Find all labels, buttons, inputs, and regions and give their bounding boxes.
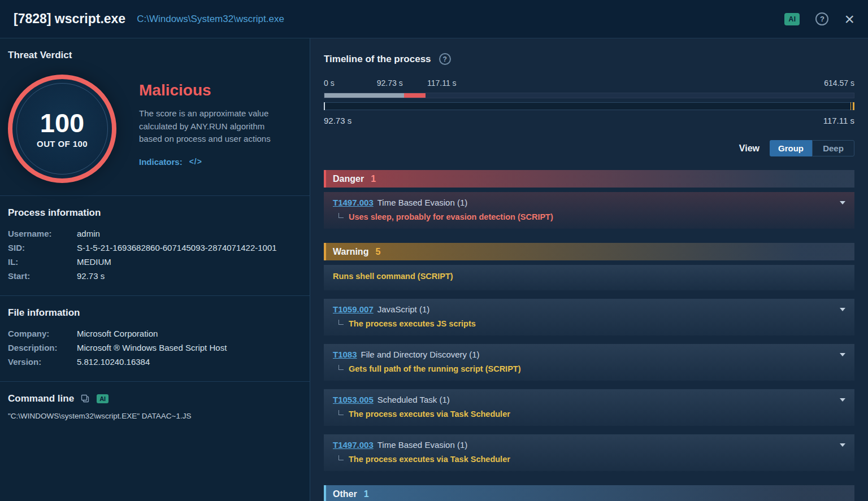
section-name: Warning (333, 247, 368, 257)
signature-sections: Danger 1 T1497.003 Time Based Evasion (1… (324, 170, 854, 501)
info-value: admin (77, 229, 100, 238)
main-content: Threat Verdict 100 OUT OF 100 Malicious … (0, 38, 868, 501)
group-view-button[interactable]: Group (770, 140, 812, 156)
section-name: Danger (333, 174, 364, 184)
danger-section-header: Danger 1 (324, 170, 854, 188)
timeline-segment-pre (324, 93, 404, 98)
signature-block: Runs shell command (SCRIPT) (324, 265, 854, 290)
indicators-link[interactable]: Indicators: </> (139, 157, 287, 167)
technique-id-link[interactable]: T1497.003 (333, 440, 374, 450)
chevron-down-icon[interactable] (840, 201, 845, 204)
threat-score-value: 100 (40, 109, 84, 137)
header-actions: AI ? × (784, 11, 854, 28)
technique-row[interactable]: T1053.005 Scheduled Task (1) (324, 391, 854, 408)
timeline-title: Timeline of the process (324, 54, 431, 65)
process-information-rows: Username: admin SID: S-1-5-21-1693682860… (8, 226, 302, 283)
ruler-label-zoom-start: 92.73 s (377, 79, 404, 88)
file-information-title: File information (8, 307, 302, 319)
tree-branch-icon (338, 320, 344, 325)
ruler-label-zoom-end: 117.11 s (425, 79, 457, 88)
file-information-section: File information Company: Microsoft Corp… (0, 296, 310, 382)
copy-icon[interactable] (81, 394, 90, 403)
chevron-down-icon[interactable] (840, 443, 845, 447)
signature-text: The process executes via Task Scheduler (349, 409, 510, 419)
zoom-label-end: 117.11 s (823, 116, 854, 125)
zoom-marker-end (853, 102, 854, 110)
view-toggle-row: View Group Deep (324, 140, 854, 156)
signature-row[interactable]: Runs shell command (SCRIPT) (324, 267, 854, 285)
signature-row[interactable]: The process executes via Task Scheduler (324, 408, 854, 421)
command-line-value: "C:\WINDOWS\system32\wscript.EXE" DATAAC… (8, 412, 302, 420)
timeline-track[interactable] (324, 93, 854, 98)
ai-badge[interactable]: AI (784, 13, 800, 25)
technique-row[interactable]: T1497.003 Time Based Evasion (1) (324, 194, 854, 211)
info-row-il: IL: MEDIUM (8, 255, 302, 269)
info-value: 92.73 s (77, 271, 105, 281)
other-section-header: Other 1 (324, 485, 854, 501)
technique-id-link[interactable]: T1053.005 (333, 395, 374, 404)
info-row-sid: SID: S-1-5-21-1693682860-607145093-28740… (8, 241, 302, 255)
zoom-label-start: 92.73 s (324, 116, 351, 125)
view-label: View (739, 143, 760, 154)
ruler-label-end: 614.57 s (824, 79, 854, 88)
info-label: SID: (8, 243, 77, 252)
info-label: IL: (8, 257, 77, 267)
tree-branch-icon (338, 455, 344, 460)
help-icon[interactable]: ? (815, 12, 828, 25)
tree-branch-icon (338, 410, 344, 415)
verdict-description: The score is an approximate value calcul… (139, 107, 287, 146)
technique-row[interactable]: T1497.003 Time Based Evasion (1) (324, 437, 854, 453)
info-row-start: Start: 92.73 s (8, 269, 302, 283)
deep-view-button[interactable]: Deep (812, 140, 854, 156)
timeline-ruler-labels: 0 s 92.73 s 117.11 s 614.57 s (324, 79, 854, 89)
view-toggle-group: Group Deep (770, 140, 854, 156)
process-information-title: Process information (8, 207, 302, 219)
technique-title: Time Based Evasion (1) (377, 198, 468, 207)
signature-row[interactable]: Uses sleep, probably for evasion detecti… (324, 211, 854, 224)
help-icon[interactable]: ? (439, 53, 451, 65)
timeline-panel: Timeline of the process ? 0 s 92.73 s 11… (310, 38, 868, 501)
technique-id-link[interactable]: T1497.003 (333, 198, 374, 207)
danger-section: Danger 1 T1497.003 Time Based Evasion (1… (324, 170, 854, 229)
tree-branch-icon (338, 213, 344, 218)
signature-row[interactable]: Gets full path of the running script (SC… (324, 363, 854, 376)
technique-title: File and Directory Discovery (1) (361, 350, 480, 359)
info-label: Description: (8, 343, 77, 352)
signature-text: The process executes JS scripts (349, 319, 476, 328)
chevron-down-icon[interactable] (840, 398, 845, 402)
threat-score-gauge: 100 OUT OF 100 (8, 75, 116, 183)
chevron-down-icon[interactable] (840, 308, 845, 311)
timeline-zoom-strip[interactable] (324, 102, 854, 110)
tree-branch-icon (338, 365, 344, 370)
command-line-title: Command line (8, 393, 74, 404)
threat-verdict-section: Threat Verdict 100 OUT OF 100 Malicious … (0, 38, 310, 196)
technique-block: T1497.003 Time Based Evasion (1) The pro… (324, 434, 854, 471)
signature-row[interactable]: The process executes JS scripts (324, 317, 854, 330)
process-information-section: Process information Username: admin SID:… (0, 196, 310, 296)
section-count: 1 (364, 489, 369, 499)
signature-row[interactable]: The process executes via Task Scheduler (324, 453, 854, 466)
info-value: MEDIUM (77, 257, 111, 267)
signature-text: Uses sleep, probably for evasion detecti… (349, 212, 553, 221)
technique-id-link[interactable]: T1059.007 (333, 304, 374, 314)
section-count: 5 (375, 247, 380, 257)
info-label: Username: (8, 229, 77, 238)
zoom-marker-end-secondary (850, 102, 851, 110)
info-row-username: Username: admin (8, 226, 302, 241)
technique-row[interactable]: T1059.007 JavaScript (1) (324, 301, 854, 317)
section-name: Other (333, 489, 357, 499)
info-value: S-1-5-21-1693682860-607145093-2874071422… (77, 243, 277, 252)
zoom-marker-start (324, 102, 325, 110)
technique-block: T1053.005 Scheduled Task (1) The process… (324, 389, 854, 426)
section-count: 1 (371, 174, 376, 184)
technique-row[interactable]: T1083 File and Directory Discovery (1) (324, 346, 854, 363)
info-label: Company: (8, 329, 77, 338)
technique-id-link[interactable]: T1083 (333, 350, 357, 359)
window-header: [7828] wscript.exe C:\Windows\System32\w… (0, 0, 868, 38)
info-row-company: Company: Microsoft Corporation (8, 326, 302, 341)
verdict-details: Malicious The score is an approximate va… (139, 75, 287, 183)
ai-badge[interactable]: AI (97, 394, 108, 403)
info-row-description: Description: Microsoft ® Windows Based S… (8, 341, 302, 355)
close-icon[interactable]: × (844, 11, 854, 28)
chevron-down-icon[interactable] (840, 353, 845, 356)
